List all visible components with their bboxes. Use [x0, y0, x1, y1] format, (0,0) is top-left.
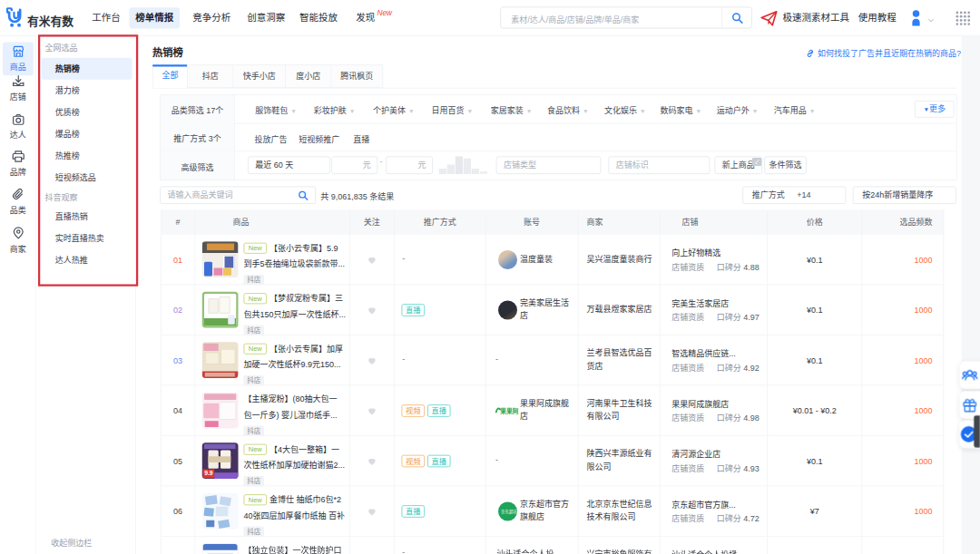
- svg-text:果果阿成: 果果阿成: [499, 407, 518, 415]
